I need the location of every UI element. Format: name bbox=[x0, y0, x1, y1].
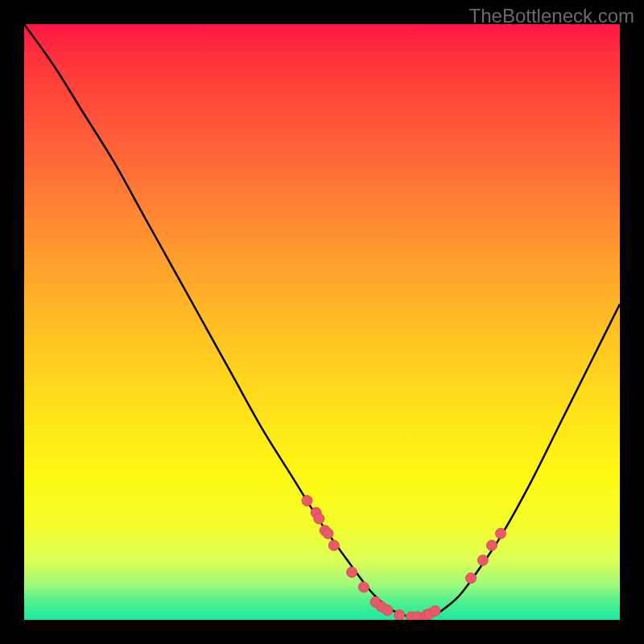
scatter-dot bbox=[328, 540, 339, 551]
scatter-dot bbox=[496, 528, 506, 539]
scatter-dot bbox=[347, 567, 357, 577]
scatter-dot bbox=[466, 573, 477, 584]
scatter-dot bbox=[302, 496, 312, 506]
chart-svg bbox=[24, 24, 620, 620]
scatter-dot bbox=[394, 610, 405, 620]
scatter-dot bbox=[486, 540, 497, 551]
watermark-text: TheBottleneck.com bbox=[469, 5, 634, 27]
chart-plot-area bbox=[24, 24, 620, 620]
scatter-dot bbox=[477, 555, 488, 566]
scatter-dots-group bbox=[302, 496, 506, 621]
scatter-dot bbox=[358, 582, 369, 592]
scatter-dot bbox=[382, 605, 393, 616]
scatter-dot bbox=[314, 514, 324, 524]
scatter-dot bbox=[430, 605, 440, 616]
scatter-dot bbox=[323, 528, 333, 539]
